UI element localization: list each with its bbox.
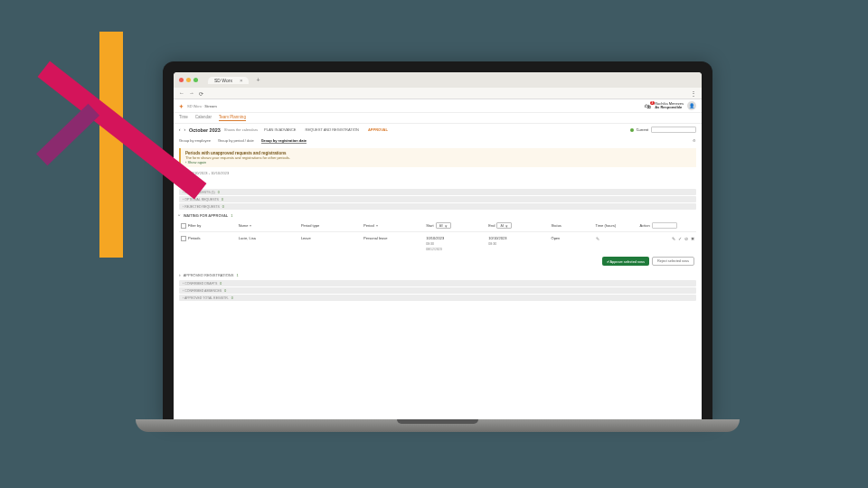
app-header: ✦ SD Worx · Stream 🛍3 Ruchika Menezes As… [174, 99, 702, 113]
cell-status: Open [552, 236, 561, 240]
slab-rejected-requests[interactable]: › REJECTED REQUESTS0 [179, 203, 696, 210]
cell-start-sub: 08:30 [426, 242, 434, 246]
user-role: As Responsible [655, 105, 682, 109]
group-by-period[interactable]: Group by period / date [218, 138, 254, 144]
reject-icon[interactable]: ⊘ [684, 236, 688, 241]
period-selector: ‹ › October 2023 Shows the calendars PLA… [174, 124, 702, 136]
prev-period-icon[interactable]: ‹ [179, 127, 181, 132]
app-root: ✦ SD Worx · Stream 🛍3 Ruchika Menezes As… [174, 99, 702, 423]
gear-icon[interactable]: ⚙ [693, 138, 696, 144]
cell-start: 10/10/2023 [426, 236, 444, 240]
cell-filter: Periods [188, 236, 201, 240]
edit-icon[interactable]: ✎ [672, 236, 675, 241]
screen: SD Worx × + ← → ⟳ ⋮ ✦ SD Worx · Stream 🛍… [174, 72, 702, 423]
approve-icon[interactable]: ✓ [678, 236, 682, 241]
group-by-registration[interactable]: Group by registration date [261, 138, 307, 144]
cell-end-sub: 08:30 [488, 242, 496, 246]
section-waiting-header[interactable]: › WAITING FOR APPROVAL 1 [179, 211, 696, 220]
cart-icon[interactable]: 🛍3 [645, 103, 651, 109]
cell-period: Personal leave [363, 236, 387, 240]
pencil-icon[interactable]: ✎ [596, 236, 599, 241]
period-title: October 2023 [189, 127, 221, 133]
browser-menu-icon[interactable]: ⋮ [690, 89, 696, 98]
slab-optional-requests[interactable]: › OPTIONAL REQUESTS0 [179, 196, 696, 202]
tab-calendar[interactable]: Calendar [195, 115, 212, 121]
window-close-dot[interactable] [179, 78, 184, 82]
next-period-icon[interactable]: › [184, 127, 186, 132]
start-filter[interactable]: All▾ [436, 222, 451, 229]
approval-table-header: Filter by Name▾ Period type Period▾ Star… [179, 220, 696, 231]
slab-new-requests[interactable]: › NEW REQUESTS (1)0 [179, 189, 696, 195]
status-filter[interactable]: Current [630, 127, 696, 133]
new-tab-button[interactable]: + [256, 77, 259, 83]
row-checkbox[interactable] [181, 236, 186, 241]
select-all-checkbox[interactable] [181, 223, 186, 229]
subtab-plan[interactable]: PLAN IN ADVANCE [261, 127, 299, 132]
tab-time[interactable]: Time [179, 115, 188, 121]
browser-toolbar: ← → ⟳ ⋮ [174, 88, 702, 99]
main-tabs: Time Calendar Team Planning [174, 113, 702, 124]
action-filter[interactable] [652, 222, 677, 229]
tab-team-planning[interactable]: Team Planning [219, 115, 246, 121]
tab-title: SD Worx [214, 78, 232, 83]
end-filter[interactable]: All▾ [496, 222, 512, 229]
period-info: Shows the calendars [224, 127, 258, 132]
brand-icon: ✦ [179, 103, 184, 109]
sort-icon: ▾ [376, 223, 378, 228]
tab-close-icon[interactable]: × [240, 78, 243, 83]
table-row: Periods Lucie, Lisa Leave Personal leave… [179, 231, 696, 255]
chevron-right-icon: › [179, 272, 181, 277]
svg-rect-2 [36, 104, 99, 166]
slab-confirmed-drafts[interactable]: › CONFIRMED DRAFTS0 [179, 280, 696, 286]
browser-tab[interactable]: SD Worx × [208, 77, 249, 84]
grouping-tabs: Group by employee Group by period / date… [174, 136, 702, 146]
window-max-dot[interactable] [193, 78, 198, 82]
sort-icon: ▾ [250, 223, 251, 228]
cell-type: Leave [301, 236, 311, 240]
reload-icon[interactable]: ⟳ [199, 90, 203, 97]
breadcrumb[interactable]: SD Worx · Stream [187, 104, 217, 108]
window-min-dot[interactable] [186, 78, 191, 82]
date-range-label: Period: 2/10/2023 - 10/10/2023 [174, 169, 702, 177]
approve-selected-button[interactable]: ✔ Approve selected rows [602, 257, 649, 266]
svg-rect-0 [99, 32, 123, 258]
group-by-employee[interactable]: Group by employee [179, 138, 211, 144]
delete-icon[interactable]: ✖ [691, 236, 694, 241]
laptop-base [136, 419, 740, 432]
forward-icon[interactable]: → [189, 90, 194, 96]
back-icon[interactable]: ← [179, 90, 184, 96]
bulk-actions: ✔ Approve selected rows Reject selected … [179, 255, 696, 270]
cell-start-date2: 08/12/2023 [426, 248, 442, 251]
status-dot-icon [630, 128, 634, 132]
slab-approved-total[interactable]: › APPROVED TOTAL REGISTR.0 [179, 295, 696, 301]
chevron-down-icon: › [177, 215, 183, 217]
user-info: Ruchika Menezes As Responsible [655, 102, 684, 110]
slab-confirmed-absences[interactable]: › CONFIRMED ABSENCES0 [179, 287, 696, 294]
subtab-request[interactable]: REQUEST AND REGISTRATION [303, 127, 362, 132]
reject-selected-button[interactable]: Reject selected rows [652, 257, 694, 266]
cell-name[interactable]: Lucie, Lisa [239, 236, 256, 240]
section-future: › FUTURE › NEW REQUESTS (1)0 › OPTIONAL … [179, 179, 696, 302]
cell-end: 10/10/2023 [488, 236, 506, 240]
notice-link[interactable]: › Show again [185, 160, 206, 164]
section-approved-header[interactable]: › APPROVED REGISTRATIONS 1 [179, 270, 696, 279]
section-future-header[interactable]: › FUTURE [179, 179, 696, 188]
avatar[interactable]: 👤 [687, 101, 696, 110]
subtab-approval[interactable]: APPROVAL [365, 127, 391, 132]
status-select [651, 127, 696, 133]
chevron-down-icon: › [177, 183, 183, 185]
cart-badge: 3 [650, 101, 656, 105]
notice-banner: Periods with unapproved requests and reg… [179, 148, 696, 167]
browser-tabstrip: SD Worx × + [174, 72, 702, 88]
laptop-frame: SD Worx × + ← → ⟳ ⋮ ✦ SD Worx · Stream 🛍… [163, 61, 712, 423]
